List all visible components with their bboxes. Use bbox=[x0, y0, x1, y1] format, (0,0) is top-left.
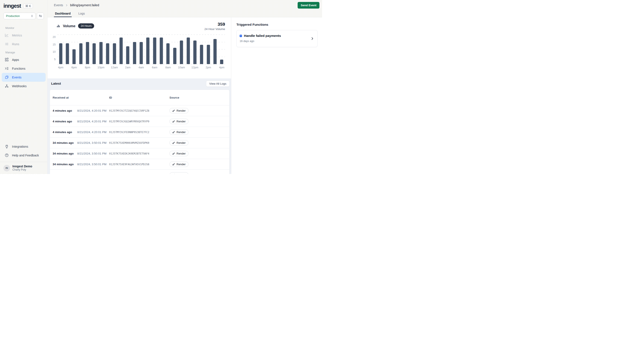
source-badge: Render bbox=[170, 129, 188, 135]
latest-title: Latest bbox=[51, 82, 61, 86]
volume-bar bbox=[66, 43, 69, 64]
sidebar-item-apps[interactable]: Apps bbox=[2, 55, 46, 64]
sidebar-item-webhooks[interactable]: Webhooks bbox=[2, 82, 46, 90]
event-id: 01J5TK75XEEKJK0EMJBTET9AF4 bbox=[109, 152, 170, 155]
send-event-button[interactable]: Send Event bbox=[298, 2, 320, 9]
view-all-logs-button[interactable]: View All Logs bbox=[206, 81, 230, 87]
x-axis-tick-label: 12am bbox=[108, 66, 121, 69]
source-badge: Render bbox=[170, 140, 188, 145]
column-header-source: Source bbox=[170, 96, 229, 99]
triggered-function-card[interactable]: <> Handle failed payments 16 days ago bbox=[236, 30, 318, 47]
environment-label: Production bbox=[6, 14, 20, 18]
events-table-header: Received atIDSource bbox=[50, 90, 229, 105]
event-id: 01J5TMY3VJFE0NNP0S3BTE7FC2 bbox=[109, 131, 170, 134]
sidebar-item-runs[interactable]: Runs bbox=[2, 40, 46, 48]
volume-range-badge: 24 Hours bbox=[78, 23, 94, 29]
triggered-functions-panel: Triggered Functions <> Handle failed pay… bbox=[231, 17, 322, 174]
x-axis-tick-label: 2am bbox=[121, 66, 134, 69]
content: Volume 24 Hours 359 24 Hour Volume 51015… bbox=[48, 17, 322, 174]
sidebar-nav: MonitorMetricsRunsManageAppsFunctionsEve… bbox=[0, 25, 47, 93]
sidebar-divider bbox=[0, 162, 47, 162]
functions-list-icon bbox=[5, 66, 9, 71]
source-badge: Render bbox=[170, 108, 188, 113]
event-row[interactable]: 34 minutes ago8/21/2024, 3:50:01 PM01J5T… bbox=[50, 148, 229, 159]
sidebar-item-metrics[interactable]: Metrics bbox=[2, 31, 46, 40]
volume-bar bbox=[99, 42, 102, 64]
user-name: Charly Poly bbox=[12, 168, 32, 171]
tab-dashboard[interactable]: Dashboard bbox=[54, 10, 72, 17]
breadcrumb: Events billing/payment.failed bbox=[54, 4, 99, 7]
volume-bar bbox=[140, 42, 143, 64]
triggered-function-time: 16 days ago bbox=[240, 40, 308, 43]
environment-row: Production bbox=[0, 13, 47, 19]
x-axis-tick-label: 6pm bbox=[68, 66, 80, 69]
x-axis-tick-label: 6am bbox=[148, 66, 161, 69]
environment-select[interactable]: Production bbox=[4, 13, 36, 19]
inngest-logo[interactable]: inngest bbox=[4, 3, 21, 9]
event-received-timestamp: 8/21/2024, 3:50:01 PM bbox=[77, 141, 109, 144]
triggered-function-name: Handle failed payments bbox=[244, 34, 281, 38]
chevron-right-icon bbox=[310, 37, 314, 41]
event-received-timestamp: 8/21/2024, 3:50:01 PM bbox=[77, 163, 109, 166]
user-menu[interactable]: IN Inngest Demo Charly Poly bbox=[0, 164, 47, 173]
command-icon: ⌘ K bbox=[25, 4, 31, 8]
event-received-timestamp: 8/21/2024, 4:20:01 PM bbox=[77, 130, 109, 134]
key-icon bbox=[172, 152, 175, 155]
event-dashboard-column: Volume 24 Hours 359 24 Hour Volume 51015… bbox=[48, 17, 231, 174]
gridline bbox=[57, 64, 225, 64]
sidebar-footer: IntegrationsHelp and Feedback IN Inngest… bbox=[0, 142, 47, 174]
x-axis-tick-label: 4pm bbox=[215, 66, 228, 69]
sidebar-item-integrations[interactable]: Integrations bbox=[2, 142, 46, 151]
x-axis-tick-label: 8am bbox=[162, 66, 174, 69]
top-strip: Events billing/payment.failed Send Event… bbox=[48, 0, 322, 17]
event-received-relative: 34 minutes ago bbox=[53, 152, 77, 155]
volume-bar bbox=[166, 43, 170, 64]
event-row[interactable]: 4 minutes ago8/21/2024, 4:20:01 PM01J5TM… bbox=[50, 105, 229, 116]
topbar: Events billing/payment.failed Send Event bbox=[48, 0, 322, 10]
breadcrumb-events-link[interactable]: Events bbox=[54, 4, 63, 7]
column-header-received-at: Received at bbox=[53, 96, 77, 99]
event-row[interactable]: 4 minutes ago8/21/2024, 4:20:01 PM01J5TM… bbox=[50, 127, 229, 137]
sidebar-item-functions[interactable]: Functions bbox=[2, 64, 46, 73]
event-row[interactable]: 4 minutes ago8/21/2024, 4:20:01 PM01J5TM… bbox=[50, 116, 229, 127]
tab-bar: DashboardLogs bbox=[48, 10, 322, 17]
event-row[interactable]: 34 minutes ago8/21/2024, 3:50:01 PM01J5T… bbox=[50, 159, 229, 169]
volume-bar bbox=[86, 42, 89, 64]
sidebar-item-events[interactable]: Events bbox=[2, 73, 46, 82]
key-icon bbox=[172, 141, 175, 144]
volume-bar bbox=[72, 49, 76, 64]
source-badge: Render bbox=[170, 172, 188, 174]
volume-bar bbox=[207, 45, 210, 64]
bar-chart-icon bbox=[56, 24, 60, 28]
volume-bar-chart: 51015204pm6pm8pm10pm12am2am4am6am8am10am… bbox=[57, 35, 225, 64]
environment-settings-button[interactable] bbox=[37, 13, 44, 19]
event-received-relative: 4 minutes ago bbox=[53, 120, 77, 123]
event-row[interactable]: 44 minutes ago8/21/2024, 3:40:01 PM01J5T… bbox=[50, 169, 229, 174]
event-row[interactable]: 34 minutes ago8/21/2024, 3:50:01 PM01J5T… bbox=[50, 137, 229, 148]
x-axis-tick-label: 4am bbox=[135, 66, 148, 69]
latest-section: Latest View All Logs Received atIDSource… bbox=[48, 78, 231, 174]
source-badge: Render bbox=[170, 151, 188, 156]
event-received-relative: 34 minutes ago bbox=[53, 163, 77, 166]
command-k-button[interactable]: ⌘ K bbox=[23, 4, 33, 9]
webhooks-nodes-icon bbox=[5, 84, 9, 88]
volume-bar bbox=[146, 38, 150, 64]
volume-bar bbox=[79, 43, 82, 64]
volume-bar bbox=[160, 38, 163, 64]
event-id: 01J5TMY3VJTZ2QG74QCC5RP1Z8 bbox=[109, 109, 170, 112]
volume-bar bbox=[180, 41, 183, 64]
volume-bar bbox=[153, 38, 156, 64]
function-code-icon: <> bbox=[240, 35, 242, 37]
sidebar-item-help-and-feedback[interactable]: Help and Feedback bbox=[2, 151, 46, 160]
source-badge: Render bbox=[170, 119, 188, 124]
gridline bbox=[57, 35, 225, 35]
volume-bar bbox=[173, 48, 176, 64]
tab-logs[interactable]: Logs bbox=[77, 10, 86, 17]
x-axis-tick-label: 10pm bbox=[94, 66, 108, 69]
volume-bar bbox=[186, 38, 190, 64]
volume-title: Volume bbox=[63, 24, 75, 28]
volume-bar bbox=[193, 41, 196, 64]
y-axis-tick-label: 20 bbox=[49, 36, 56, 39]
line-chart-icon bbox=[5, 33, 9, 37]
chevrons-up-down-icon bbox=[30, 14, 34, 18]
